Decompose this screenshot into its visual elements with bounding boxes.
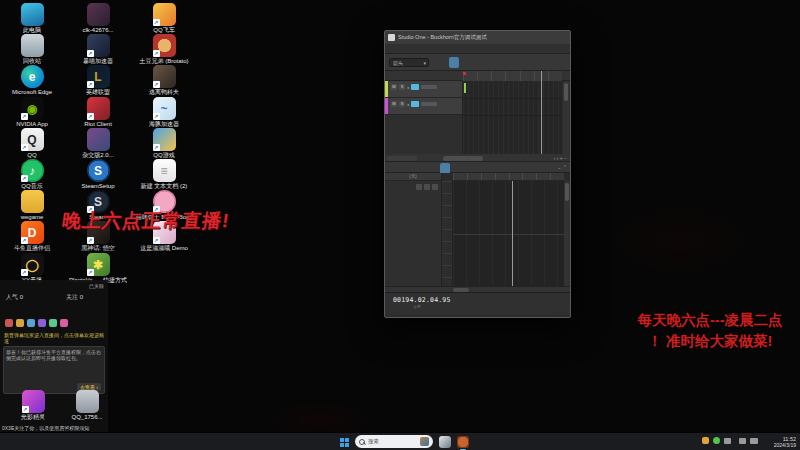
icon-wegame[interactable]: wegame <box>3 190 61 221</box>
icon-victus[interactable]: 光影精灵 <box>4 390 62 421</box>
taskbar-app-accelerator[interactable] <box>439 436 451 448</box>
ruler-tick <box>536 173 550 180</box>
icon-qq-music[interactable]: ♪ QQ音乐 <box>3 159 61 190</box>
icon-brotato[interactable]: 土豆兄弟 (Brotato) <box>135 34 193 65</box>
taskbar-app-douyu[interactable] <box>457 436 469 448</box>
icon-league-of-legends[interactable]: L 英雄联盟 <box>69 65 127 96</box>
tool-icon[interactable] <box>473 57 483 68</box>
edit-view: (无) <box>385 173 570 286</box>
volume-icon[interactable] <box>739 438 746 444</box>
arrange-timeline-ruler[interactable] <box>463 71 562 81</box>
gift-icon[interactable] <box>16 319 24 327</box>
arrange-area[interactable] <box>463 81 562 154</box>
collapse-icons[interactable]: ⌄ ⌃ <box>557 164 567 170</box>
record-arm-icon[interactable]: ● <box>407 85 409 90</box>
popularity-count: 人气 0 <box>6 293 23 302</box>
icon-pvz-hybrid[interactable]: 杂交版2.0... <box>69 128 127 159</box>
icon-dolphin[interactable]: ~ 海豚加速器 <box>135 97 193 128</box>
gift-icon[interactable] <box>38 319 46 327</box>
edit-mso-buttons <box>416 184 438 190</box>
gift-icon[interactable] <box>5 319 13 327</box>
solo-button[interactable]: S <box>399 101 405 107</box>
schedule-line-1: 每天晚六点---凌晨二点 <box>620 310 800 331</box>
tray-app1-icon[interactable] <box>702 437 709 444</box>
track-tool-icons <box>388 71 406 81</box>
search-highlight-image[interactable] <box>420 437 429 446</box>
icon-qq-games[interactable]: QQ游戏 <box>135 128 193 159</box>
track-header[interactable]: M S ● <box>385 81 462 98</box>
taskbar-clock[interactable]: 11:52 2024/3/19 <box>760 436 796 448</box>
follow-count: 关注 0 <box>66 293 83 302</box>
clip-start-marker <box>464 83 466 93</box>
icon-baomiao[interactable]: 暴喵加速器 <box>69 34 127 65</box>
icon-clk-video[interactable]: clk-42676... <box>69 3 127 34</box>
icon-riot-client[interactable]: Riot Client <box>69 97 127 128</box>
tray-app3-icon[interactable] <box>724 438 731 444</box>
mute-button[interactable]: M <box>391 101 397 107</box>
icon-qq[interactable]: Q QQ <box>3 128 61 159</box>
mute-button[interactable]: M <box>391 84 397 90</box>
icon-label: QQ飞车 <box>135 27 193 34</box>
tray-app2-icon[interactable] <box>713 437 720 444</box>
gift-icon[interactable] <box>27 319 35 327</box>
monitor-button[interactable] <box>411 101 419 107</box>
icon-label: QQ <box>3 152 61 159</box>
track-toolbar <box>385 71 570 81</box>
monitor-button[interactable] <box>411 84 419 90</box>
icon-label: 光影精灵 <box>4 414 62 421</box>
chevron-down-icon: ▾ <box>423 59 426 67</box>
icon-glyph: L <box>94 70 101 84</box>
icon-pvz-shortcut[interactable]: ✱ PlantsVs... - 快捷方式 <box>69 253 127 284</box>
solo-button[interactable]: S <box>399 84 405 90</box>
icon-qq-file[interactable]: QQ_1756... <box>58 390 116 421</box>
track-header[interactable]: M S ● <box>385 98 462 115</box>
edit-track-selector[interactable]: (无) <box>385 173 441 181</box>
gift-icon[interactable] <box>60 319 68 327</box>
icon-label: 回收站 <box>3 58 61 65</box>
gift-icon[interactable] <box>49 319 57 327</box>
icon-nvidia-app[interactable]: ◉ NVIDIA App <box>3 97 61 128</box>
studio-one-app-icon <box>388 34 395 41</box>
icon-recycle-bin[interactable]: 回收站 <box>3 34 61 65</box>
edit-canvas[interactable] <box>453 181 564 286</box>
zoom-buttons[interactable]: ‹ › + − <box>554 154 567 162</box>
icon-microsoft-edge[interactable]: e Microsoft Edge <box>3 65 61 96</box>
icon-new-text-doc[interactable]: ≡ 新建 文本文档 (2) <box>135 159 193 190</box>
tool-icon[interactable] <box>449 57 459 68</box>
network-icon[interactable] <box>750 438 758 444</box>
tool-icon[interactable] <box>485 57 495 68</box>
main-toolbar: 箭头▾ <box>385 54 570 71</box>
track-separator <box>463 98 562 99</box>
ruler-tick <box>467 173 481 180</box>
mso-button[interactable] <box>416 184 422 190</box>
record-arm-icon[interactable]: ● <box>407 102 409 107</box>
mso-button[interactable] <box>424 184 430 190</box>
arrange-horizontal-scrollbar[interactable]: ‹ › + − <box>385 154 570 162</box>
tool-select-dropdown[interactable]: 箭头▾ <box>389 58 429 67</box>
tool-icon[interactable] <box>437 57 447 68</box>
icon-douyu-companion[interactable]: D 斗鱼直播伴侣 <box>3 221 61 252</box>
search-box[interactable]: 搜索 <box>355 435 433 448</box>
mso-button[interactable] <box>432 184 438 190</box>
icon-glyph: D <box>28 226 37 240</box>
edit-timeline-ruler[interactable] <box>453 173 564 181</box>
scrollbar-thumb[interactable] <box>443 156 483 161</box>
start-button[interactable] <box>340 438 349 447</box>
icon-glyph: ✱ <box>93 258 103 272</box>
edit-track-panel: (无) <box>385 173 442 286</box>
icon-label: 海豚加速器 <box>135 121 193 128</box>
icon-label: QQ_1756... <box>58 414 116 421</box>
icon-label: 新建 文本文档 (2) <box>135 183 193 190</box>
time-display[interactable]: 00194.02.04.95 小节 <box>393 296 441 311</box>
icon-steam-setup[interactable]: S SteamSetup <box>69 159 127 190</box>
title-bar[interactable]: Studio One - Buckhorn官方调试测试 <box>385 31 570 44</box>
arrange-vertical-scrollbar[interactable] <box>563 81 569 154</box>
icon-yy-broadcast[interactable]: ◯ YY开播 <box>3 253 61 284</box>
tool-icon[interactable] <box>461 57 471 68</box>
edit-vertical-scrollbar[interactable] <box>564 181 570 286</box>
ruler-tick <box>548 71 562 81</box>
icon-label: 此电脑 <box>3 27 61 34</box>
icon-duckov[interactable]: 逃离鸭科夫 <box>135 65 193 96</box>
icon-qq-speed[interactable]: QQ飞车 <box>135 3 193 34</box>
icon-this-pc[interactable]: 此电脑 <box>3 3 61 34</box>
